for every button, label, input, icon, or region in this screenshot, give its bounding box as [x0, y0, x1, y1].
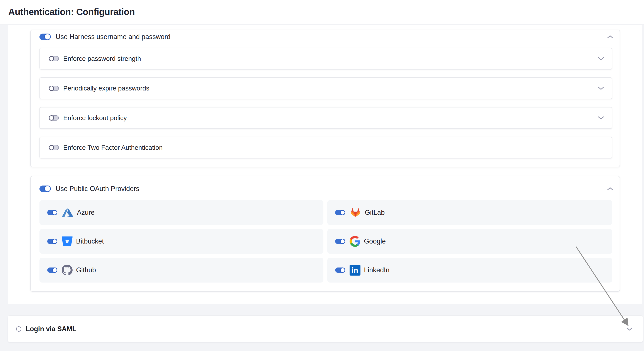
toggle-knob — [49, 86, 54, 91]
provider-toggle[interactable] — [335, 210, 345, 215]
section-username-password-header: Use Harness username and password — [40, 33, 613, 40]
rule-toggle[interactable] — [49, 115, 59, 120]
provider-toggle[interactable] — [47, 210, 57, 215]
toggle-knob — [44, 34, 51, 40]
section-username-password: Use Harness username and password Enforc… — [30, 30, 620, 167]
toggle-knob — [52, 268, 57, 273]
provider-label: GitLab — [365, 209, 385, 216]
chevron-up-icon[interactable] — [607, 187, 613, 190]
password-rule-row: Enforce lockout policy — [40, 107, 612, 129]
password-rule-row: Enforce password strength — [40, 48, 612, 70]
toggle-knob — [49, 115, 54, 120]
chevron-down-icon[interactable] — [598, 86, 604, 90]
toggle-knob — [340, 268, 345, 273]
chevron-down-icon[interactable] — [598, 57, 604, 60]
provider-toggle[interactable] — [47, 239, 57, 244]
rule-toggle[interactable] — [49, 86, 59, 91]
rule-label: Enforce password strength — [63, 55, 141, 62]
toggle-knob — [340, 210, 345, 215]
provider-label: Azure — [77, 209, 94, 216]
provider-toggle[interactable] — [47, 268, 57, 273]
azure-icon — [62, 207, 74, 218]
oauth-provider-tile: Github — [40, 258, 324, 282]
provider-label: Bitbucket — [76, 238, 104, 245]
provider-toggle[interactable] — [335, 239, 345, 244]
auth-settings-container: Use Harness username and password Enforc… — [8, 25, 642, 304]
rule-label: Enforce lockout policy — [63, 114, 127, 122]
username-password-toggle[interactable] — [40, 34, 51, 40]
provider-toggle[interactable] — [335, 268, 345, 273]
github-icon — [62, 265, 72, 276]
chevron-down-icon[interactable] — [626, 327, 632, 331]
saml-login-card: Login via SAML — [8, 316, 643, 342]
gitlab-icon — [350, 207, 361, 218]
section-oauth-providers: Use Public OAuth Providers AzureBitbucke… — [30, 176, 620, 292]
rule-label: Periodically expire passwords — [63, 84, 149, 92]
toggle-knob — [52, 239, 57, 244]
provider-label: Github — [76, 266, 96, 274]
toggle-knob — [49, 56, 54, 61]
saml-radio-button[interactable] — [16, 326, 21, 332]
section-label: Use Harness username and password — [56, 33, 170, 41]
rule-toggle[interactable] — [49, 145, 59, 150]
password-rule-row: Enforce Two Factor Authentication — [40, 137, 612, 158]
provider-label: LinkedIn — [364, 266, 390, 274]
section-label: Use Public OAuth Providers — [56, 185, 139, 193]
oauth-provider-tile: GitLab — [327, 200, 612, 225]
rule-toggle[interactable] — [49, 56, 59, 61]
page-title: Authentication: Configuration — [8, 7, 135, 17]
oauth-provider-tile: Google — [327, 229, 612, 254]
bitbucket-icon — [62, 236, 72, 247]
toggle-knob — [44, 186, 51, 192]
oauth-provider-tile: LinkedIn — [327, 258, 612, 282]
provider-label: Google — [364, 238, 386, 245]
page-header: Authentication: Configuration — [0, 0, 644, 24]
chevron-up-icon[interactable] — [607, 35, 613, 38]
toggle-knob — [340, 239, 345, 244]
google-icon — [350, 236, 360, 247]
oauth-grid: AzureBitbucketGithubGitLabGoogleLinkedIn — [40, 200, 612, 282]
toggle-knob — [49, 145, 54, 150]
oauth-provider-tile: Azure — [40, 200, 324, 225]
chevron-down-icon[interactable] — [598, 116, 604, 120]
toggle-knob — [52, 210, 57, 215]
oauth-providers-toggle[interactable] — [40, 186, 51, 192]
saml-label: Login via SAML — [26, 325, 76, 333]
section-oauth-header: Use Public OAuth Providers — [40, 185, 613, 192]
authentication-configuration-page: Authentication: Configuration Use Harnes… — [0, 0, 644, 351]
rule-label: Enforce Two Factor Authentication — [63, 144, 162, 151]
password-rule-row: Periodically expire passwords — [40, 78, 612, 99]
oauth-provider-tile: Bitbucket — [40, 229, 324, 254]
linkedin-icon — [350, 265, 360, 276]
